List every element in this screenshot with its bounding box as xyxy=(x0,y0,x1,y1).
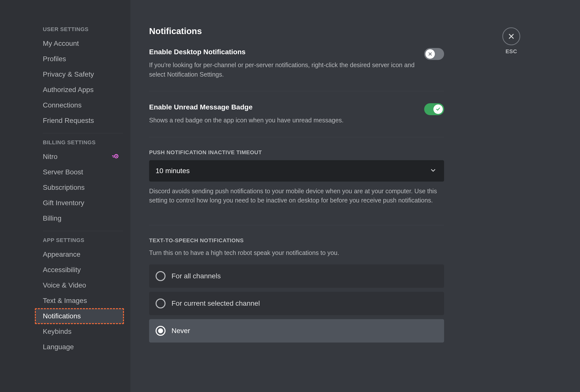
sidebar-divider xyxy=(43,231,123,231)
desktop-notif-title: Enable Desktop Notifications xyxy=(149,48,424,56)
tts-desc: Turn this on to have a high tech robot s… xyxy=(149,248,444,258)
tts-option-all[interactable]: For all channels xyxy=(149,264,444,288)
tts-option-label: For all channels xyxy=(171,272,221,280)
push-timeout-desc: Discord avoids sending push notification… xyxy=(149,187,444,205)
close-button[interactable] xyxy=(502,27,520,45)
push-timeout-value: 10 minutes xyxy=(155,167,190,175)
push-timeout-label: PUSH NOTIFICATION INACTIVE TIMEOUT xyxy=(149,149,444,156)
unread-badge-title: Enable Unread Message Badge xyxy=(149,103,343,111)
radio-icon xyxy=(155,326,165,336)
svg-rect-3 xyxy=(113,157,114,157)
settings-sidebar: USER SETTINGS My Account Profiles Privac… xyxy=(0,0,131,392)
sidebar-item-my-account[interactable]: My Account xyxy=(36,36,123,51)
sidebar-item-gift-inventory[interactable]: Gift Inventory xyxy=(36,196,123,210)
sidebar-item-appearance[interactable]: Appearance xyxy=(36,247,123,262)
close-icon xyxy=(507,32,515,40)
sidebar-item-nitro[interactable]: Nitro xyxy=(36,149,123,164)
tts-label: TEXT-TO-SPEECH NOTIFICATIONS xyxy=(149,237,444,244)
sidebar-header-user: USER SETTINGS xyxy=(36,26,123,33)
svg-rect-2 xyxy=(112,155,114,156)
sidebar-item-friend-requests[interactable]: Friend Requests xyxy=(36,113,123,128)
sidebar-item-connections[interactable]: Connections xyxy=(36,98,123,113)
nitro-icon xyxy=(112,153,119,160)
radio-icon xyxy=(155,271,165,281)
sidebar-header-app: APP SETTINGS xyxy=(36,237,123,244)
desktop-notif-desc: If you're looking for per-channel or per… xyxy=(149,60,424,79)
tts-option-never[interactable]: Never xyxy=(149,319,444,343)
sidebar-item-keybinds[interactable]: Keybinds xyxy=(36,324,123,339)
svg-point-1 xyxy=(116,156,117,157)
close-label: ESC xyxy=(506,48,517,55)
toggle-off-icon xyxy=(428,51,433,56)
unread-badge-toggle[interactable] xyxy=(424,103,444,115)
push-timeout-select[interactable]: 10 minutes xyxy=(149,160,444,182)
sidebar-item-privacy[interactable]: Privacy & Safety xyxy=(36,67,123,82)
sidebar-item-profiles[interactable]: Profiles xyxy=(36,51,123,66)
radio-icon xyxy=(155,298,165,308)
sidebar-item-accessibility[interactable]: Accessibility xyxy=(36,262,123,277)
divider xyxy=(149,225,444,225)
unread-badge-desc: Shows a red badge on the app icon when y… xyxy=(149,116,343,125)
sidebar-item-authorized-apps[interactable]: Authorized Apps xyxy=(36,82,123,97)
divider xyxy=(149,137,444,137)
sidebar-header-billing: BILLING SETTINGS xyxy=(36,139,123,146)
sidebar-item-server-boost[interactable]: Server Boost xyxy=(36,165,123,180)
page-title: Notifications xyxy=(149,26,444,36)
desktop-notif-toggle[interactable] xyxy=(424,48,444,60)
sidebar-item-billing[interactable]: Billing xyxy=(36,211,123,226)
settings-content: Notifications Enable Desktop Notificatio… xyxy=(131,26,461,392)
sidebar-item-language[interactable]: Language xyxy=(36,340,123,354)
sidebar-divider xyxy=(43,133,123,133)
sidebar-item-text-images[interactable]: Text & Images xyxy=(36,293,123,308)
chevron-down-icon xyxy=(430,167,436,175)
tts-option-label: Never xyxy=(171,327,190,335)
tts-option-current[interactable]: For current selected channel xyxy=(149,292,444,315)
tts-option-label: For current selected channel xyxy=(171,299,260,307)
sidebar-item-notifications[interactable]: Notifications xyxy=(36,309,123,324)
toggle-on-icon xyxy=(435,107,440,112)
sidebar-item-voice-video[interactable]: Voice & Video xyxy=(36,278,123,293)
sidebar-item-subscriptions[interactable]: Subscriptions xyxy=(36,180,123,195)
divider xyxy=(149,91,444,91)
